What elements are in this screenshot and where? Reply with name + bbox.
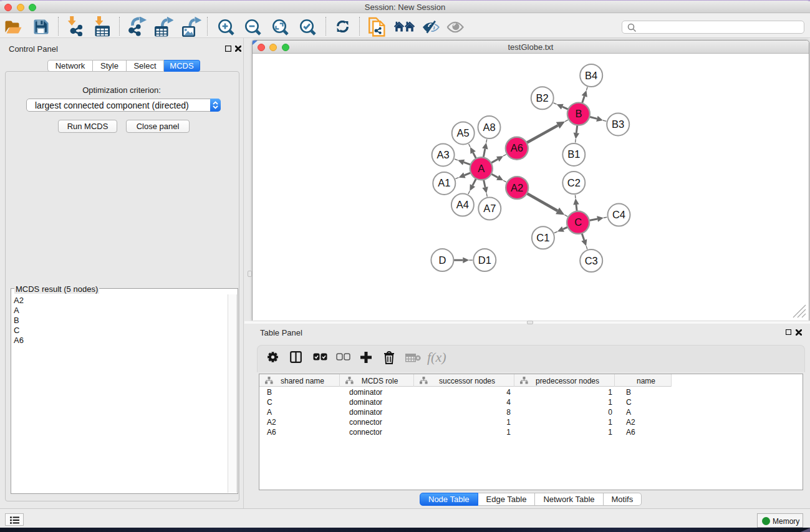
svg-text:B1: B1 <box>567 148 580 160</box>
svg-text:A: A <box>478 163 485 174</box>
svg-text:A4: A4 <box>456 199 469 210</box>
svg-text:B3: B3 <box>612 118 624 130</box>
svg-text:C1: C1 <box>536 232 549 243</box>
svg-text:A7: A7 <box>483 203 496 214</box>
svg-text:C3: C3 <box>585 255 598 266</box>
svg-text:A1: A1 <box>438 177 450 188</box>
svg-text:D1: D1 <box>478 254 491 266</box>
svg-text:A5: A5 <box>457 127 470 138</box>
svg-text:A3: A3 <box>437 149 450 160</box>
svg-text:B4: B4 <box>585 70 597 81</box>
svg-text:C2: C2 <box>567 177 581 188</box>
svg-text:B: B <box>575 108 582 119</box>
svg-text:C: C <box>574 216 582 228</box>
svg-text:B2: B2 <box>536 92 549 104</box>
svg-text:D: D <box>438 254 446 266</box>
svg-text:A8: A8 <box>483 122 495 133</box>
svg-text:C4: C4 <box>612 209 625 220</box>
svg-text:A6: A6 <box>511 142 523 153</box>
svg-text:A2: A2 <box>511 182 523 193</box>
